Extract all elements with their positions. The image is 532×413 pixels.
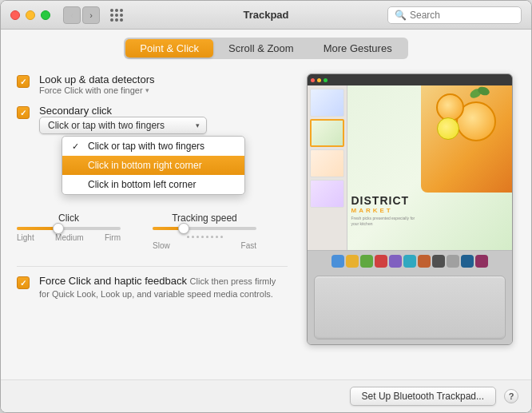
tab-group: Point & Click Scroll & Zoom More Gesture…	[124, 38, 407, 59]
dropdown-item-two-fingers[interactable]: ✓ Click or tap with two fingers	[62, 137, 244, 156]
dock-icon-10	[461, 255, 474, 268]
force-click-text: Force Click and haptic feedback Click th…	[39, 275, 288, 301]
trackpad-preview: DISTRICT MARKET Fresh picks presented es…	[307, 73, 513, 345]
close-button[interactable]	[10, 10, 20, 20]
force-click-checkmark: ✓	[20, 279, 26, 288]
force-click-section: ✓ Force Click and haptic feedback Click …	[17, 266, 288, 301]
tab-scroll-zoom[interactable]: Scroll & Zoom	[214, 39, 308, 58]
dock-icon-4	[375, 255, 387, 268]
dock-icon-1	[332, 255, 344, 268]
click-slider-label: Click	[58, 212, 79, 224]
click-slider-labels: Light Medium Firm	[17, 233, 121, 242]
dock-icon-5	[389, 255, 402, 268]
secondary-click-text: Secondary click Click or tap with two fi…	[39, 105, 245, 195]
left-panel: ✓ Look up & data detectors Force Click w…	[17, 73, 288, 371]
dock-icon-6	[403, 255, 416, 268]
sliders-section: Click Light Medium Firm Tracking speed	[17, 212, 288, 250]
secondary-click-checkbox[interactable]: ✓	[17, 106, 30, 119]
dock-icon-3	[360, 255, 373, 268]
minimize-button[interactable]	[26, 10, 35, 20]
app-grid-button[interactable]	[108, 6, 125, 24]
dock-icon-2	[346, 255, 359, 268]
search-box[interactable]: 🔍	[387, 6, 522, 24]
preview-menubar	[308, 74, 512, 85]
force-click-checkbox-wrap: ✓	[17, 276, 31, 291]
tracking-slider-track[interactable]	[153, 227, 256, 230]
preview-sidebar	[308, 85, 347, 250]
lookup-title: Look up & data detectors	[39, 73, 155, 85]
setup-bluetooth-button[interactable]: Set Up Bluetooth Trackpad...	[350, 387, 496, 406]
lookup-arrow-icon: ▾	[145, 86, 149, 94]
nav-arrows: ‹ ›	[63, 6, 100, 24]
preview-thumb-3	[310, 149, 344, 177]
lookup-checkbox[interactable]: ✓	[17, 75, 30, 88]
slide-text-area: DISTRICT MARKET Fresh picks presented es…	[351, 194, 415, 226]
lookup-checkmark: ✓	[20, 77, 26, 86]
item-check-icon: ✓	[72, 141, 83, 152]
force-click-title: Force Click and haptic feedback	[39, 275, 187, 287]
tracking-slider-group: Tracking speed Slow Fast	[153, 212, 256, 250]
secondary-click-setting: ✓ Secondary click Click or tap with two …	[17, 105, 288, 195]
lookup-setting: ✓ Look up & data detectors Force Click w…	[17, 73, 288, 95]
dock-icon-7	[418, 255, 431, 268]
mac-preview: DISTRICT MARKET Fresh picks presented es…	[308, 74, 512, 344]
click-slider-thumb[interactable]	[53, 223, 64, 234]
tracking-slider-labels: Slow Fast	[153, 241, 256, 250]
lookup-checkbox-wrap: ✓	[17, 75, 31, 89]
preview-content-area: DISTRICT MARKET Fresh picks presented es…	[308, 85, 512, 250]
maximize-button[interactable]	[41, 10, 50, 20]
tracking-min-label: Slow	[153, 241, 170, 250]
secondary-click-dropdown[interactable]: Click or tap with two fingers ▾	[39, 117, 207, 134]
tracking-max-label: Fast	[241, 241, 256, 250]
search-input[interactable]	[410, 10, 514, 21]
preview-min-dot	[317, 78, 321, 82]
dock-icon-9	[447, 255, 459, 268]
window-title: Trackpad	[243, 9, 288, 21]
dropdown-menu: ✓ Click or tap with two fingers Click in…	[62, 136, 245, 195]
lookup-subtitle[interactable]: Force Click with one finger ▾	[39, 85, 155, 95]
click-slider-track[interactable]	[17, 227, 121, 230]
main-content: ✓ Look up & data detectors Force Click w…	[1, 66, 531, 379]
click-max-label: Firm	[105, 233, 121, 242]
dropdown-item-bottom-left[interactable]: Click in bottom left corner	[62, 175, 244, 194]
traffic-lights	[10, 10, 50, 20]
slide-tagline-text: Fresh picks presented especially for you…	[351, 216, 415, 226]
lookup-text: Look up & data detectors Force Click wit…	[39, 73, 155, 95]
dropdown-item-bottom-right[interactable]: Click in bottom right corner	[62, 156, 244, 175]
click-min-label: Light	[17, 233, 34, 242]
tracking-dots	[187, 236, 223, 238]
dropdown-chevron-icon: ▾	[196, 121, 200, 129]
tab-bar: Point & Click Scroll & Zoom More Gesture…	[1, 30, 531, 66]
click-mid-label: Medium	[55, 233, 84, 242]
preview-main-slide: DISTRICT MARKET Fresh picks presented es…	[347, 85, 512, 250]
tab-point-click[interactable]: Point & Click	[125, 39, 213, 58]
forward-button[interactable]: ›	[82, 6, 100, 24]
dock-icon-8	[432, 255, 445, 268]
search-icon: 🔍	[395, 10, 407, 21]
slide-market-text: MARKET	[351, 207, 415, 214]
preview-thumb-2	[310, 119, 344, 147]
preview-thumb-4	[310, 180, 344, 208]
slide-background: DISTRICT MARKET Fresh picks presented es…	[347, 85, 512, 250]
title-bar: ‹ › Trackpad 🔍	[1, 1, 531, 30]
tab-more-gestures[interactable]: More Gestures	[309, 39, 407, 58]
preview-dock	[308, 250, 512, 271]
force-click-checkbox[interactable]: ✓	[17, 276, 30, 289]
dropdown-selected-value: Click or tap with two fingers	[48, 120, 165, 131]
slide-fruit-area	[421, 85, 511, 193]
preview-close-dot	[311, 78, 315, 82]
dock-icon-11	[475, 255, 488, 268]
bottom-bar: Set Up Bluetooth Trackpad... ?	[1, 379, 531, 412]
window: ‹ › Trackpad 🔍 Point & Click Scroll & Zo…	[0, 0, 532, 413]
secondary-click-checkmark: ✓	[20, 109, 26, 117]
tracking-slider-thumb[interactable]	[178, 223, 189, 234]
slide-district-text: DISTRICT	[351, 194, 415, 207]
back-button[interactable]: ‹	[63, 6, 81, 24]
secondary-click-title: Secondary click	[39, 105, 245, 117]
preview-thumb-1	[310, 89, 344, 117]
click-slider-group: Click Light Medium Firm	[17, 212, 121, 250]
secondary-click-checkbox-wrap: ✓	[17, 106, 31, 121]
physical-trackpad[interactable]	[314, 276, 506, 340]
right-panel: DISTRICT MARKET Fresh picks presented es…	[304, 73, 515, 371]
help-button[interactable]: ?	[504, 389, 518, 403]
